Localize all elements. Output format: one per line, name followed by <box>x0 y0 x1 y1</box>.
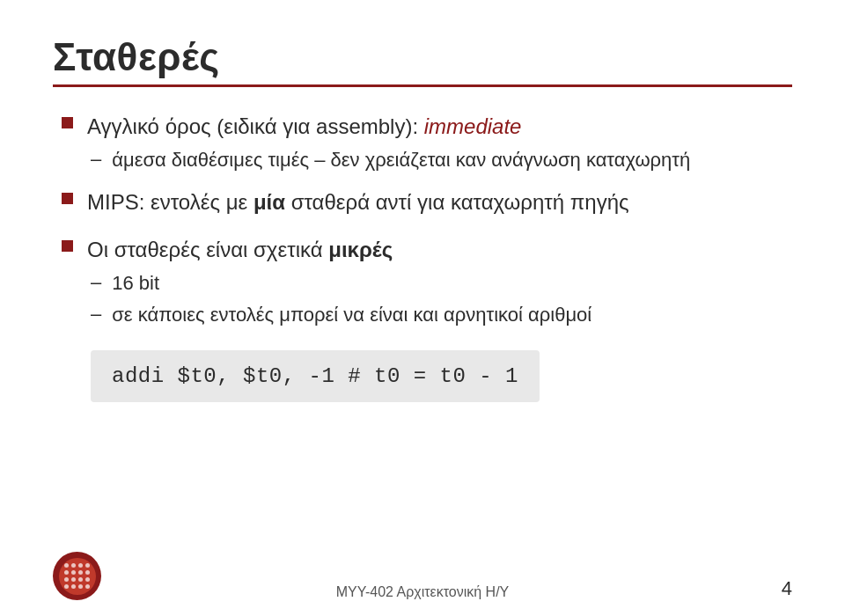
bullet-text-3: Οι σταθερές είναι σχετικά μικρές <box>87 238 393 261</box>
bullet-bold-text-3: μικρές <box>328 238 393 261</box>
sub-bullet-text-3-2: σε κάποιες εντολές μπορεί να είναι και α… <box>112 302 592 329</box>
footer-page-number: 4 <box>782 577 792 600</box>
slide-title: Σταθερές <box>53 35 792 79</box>
bullet-text-2: MIPS: εντολές με μία σταθερά αντί για κα… <box>87 190 629 214</box>
sub-bullet-dash-3-2: – <box>91 303 101 326</box>
bullet-item-1: Αγγλικό όρος (ειδικά για assembly): imme… <box>62 112 792 179</box>
sub-bullets-3: – 16 bit – σε κάποιες εντολές μπορεί να … <box>87 270 592 330</box>
sub-bullet-dash-3-1: – <box>91 271 101 294</box>
title-underline <box>53 84 792 87</box>
sub-bullets-1: – άμεσα διαθέσιμες τιμές – δεν χρειάζετα… <box>87 147 690 174</box>
logo-dot <box>64 563 69 568</box>
content-area: Αγγλικό όρος (ειδικά για assembly): imme… <box>53 112 792 402</box>
footer-center-text: ΜΥΥ-402 Αρχιτεκτονική Η/Υ <box>336 584 510 600</box>
footer-logo-circle <box>53 552 101 600</box>
slide-container: Σταθερές Αγγλικό όρος (ειδικά για assemb… <box>0 0 845 616</box>
logo-dot <box>64 584 69 589</box>
logo-dot <box>78 584 83 589</box>
logo-dot <box>71 570 76 575</box>
logo-dot <box>85 570 90 575</box>
title-area: Σταθερές <box>53 35 792 87</box>
sub-bullet-text-3-1: 16 bit <box>112 270 159 297</box>
logo-dot <box>71 577 76 582</box>
footer: ΜΥΥ-402 Αρχιτεκτονική Η/Υ 4 <box>0 584 845 600</box>
bullet-item-3: Οι σταθερές είναι σχετικά μικρές – 16 bi… <box>62 235 792 402</box>
logo-dot <box>78 570 83 575</box>
sub-bullet-text-1-1: άμεσα διαθέσιμες τιμές – δεν χρειάζεται … <box>112 147 690 174</box>
bullet-text-before-highlight: Αγγλικό όρος (ειδικά για assembly): <box>87 114 424 138</box>
footer-logo-dots <box>64 563 91 590</box>
bullet-content-1: Αγγλικό όρος (ειδικά για assembly): imme… <box>87 112 690 179</box>
footer-logo-inner <box>59 558 96 595</box>
bullet-item-2: MIPS: εντολές με μία σταθερά αντί για κα… <box>62 187 792 217</box>
bullet-text-before-bold-2: MIPS: εντολές με <box>87 190 254 214</box>
sub-bullet-item-1-1: – άμεσα διαθέσιμες τιμές – δεν χρειάζετα… <box>91 147 690 174</box>
sub-bullet-item-3-2: – σε κάποιες εντολές μπορεί να είναι και… <box>91 302 592 329</box>
sub-bullet-dash: – <box>91 148 101 171</box>
bullet-highlight-text: immediate <box>424 114 522 138</box>
bullet-square-icon-3 <box>62 240 73 252</box>
code-text: addi $t0, $t0, -1 # t0 = t0 - 1 <box>112 364 518 388</box>
logo-dot <box>64 570 69 575</box>
bullet-text-1: Αγγλικό όρος (ειδικά για assembly): imme… <box>87 114 521 138</box>
sub-bullet-item-3-1: – 16 bit <box>91 270 592 297</box>
bullet-text-after-bold-2: σταθερά αντί για καταχωρητή πηγής <box>285 190 629 214</box>
bullet-content-2: MIPS: εντολές με μία σταθερά αντί για κα… <box>87 187 629 217</box>
logo-dot <box>85 577 90 582</box>
logo-dot <box>78 563 83 568</box>
bullet-content-3: Οι σταθερές είναι σχετικά μικρές – 16 bi… <box>87 235 592 402</box>
bullet-bold-text-2: μία <box>254 190 285 214</box>
bullet-text-before-bold-3: Οι σταθερές είναι σχετικά <box>87 238 328 261</box>
bullet-square-icon <box>62 117 73 128</box>
footer-logo <box>53 552 101 600</box>
bullet-square-icon-2 <box>62 193 73 204</box>
logo-dot <box>64 577 69 582</box>
logo-dot <box>71 563 76 568</box>
logo-dot <box>85 563 90 568</box>
logo-dot <box>71 584 76 589</box>
logo-dot <box>78 577 83 582</box>
code-block: addi $t0, $t0, -1 # t0 = t0 - 1 <box>91 350 540 402</box>
logo-dot <box>85 584 90 589</box>
